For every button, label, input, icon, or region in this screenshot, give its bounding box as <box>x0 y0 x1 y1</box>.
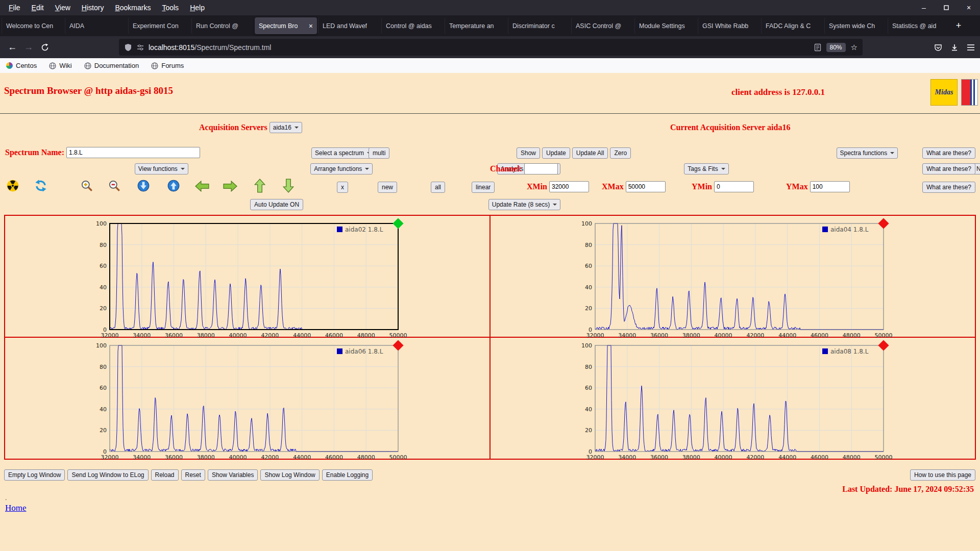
tab-temperature-an[interactable]: Temperature an <box>445 17 507 34</box>
spectra-functions-dropdown[interactable]: Spectra functions <box>837 147 898 159</box>
hamburger-menu-icon[interactable] <box>967 44 975 51</box>
bookmark-documentation[interactable]: Documentation <box>84 62 139 69</box>
spectrum-chart-aida06[interactable]: 0204060801003200034000360003800040000420… <box>84 338 411 458</box>
bookmark-star-icon[interactable]: ☆ <box>851 43 857 52</box>
url-bar[interactable]: localhost:8015/Spectrum/Spectrum.tml 80%… <box>119 39 863 56</box>
send-log-window-to-elog-button[interactable]: Send Log Window to ELog <box>67 469 148 481</box>
view-functions-dropdown[interactable]: View functions <box>135 163 188 174</box>
tab-asic-control-[interactable]: ASIC Control @ <box>571 17 633 34</box>
bookmark-wiki[interactable]: Wiki <box>49 62 72 69</box>
tab-control-aidas[interactable]: Control @ aidas <box>381 17 444 34</box>
new-tab-button[interactable]: + <box>950 18 967 34</box>
arrow-down-icon[interactable] <box>282 179 295 193</box>
sphere-down-icon[interactable] <box>137 179 150 192</box>
shield-icon[interactable] <box>124 43 132 52</box>
tab-module-settings[interactable]: Module Settings <box>634 17 697 34</box>
back-button[interactable]: ← <box>4 39 20 56</box>
tab-system-wide-ch[interactable]: System wide Ch <box>824 17 887 34</box>
downloads-icon[interactable] <box>950 43 959 52</box>
tags-fits-dropdown[interactable]: Tags & Fits <box>684 163 728 174</box>
linear-button[interactable]: linear <box>472 182 495 193</box>
what-are-these-button-3[interactable]: What are these? <box>922 182 975 193</box>
menu-bookmarks[interactable]: Bookmarks <box>109 2 156 14</box>
spectrum-chart-aida04[interactable]: 0204060801003200034000360003800040000420… <box>570 216 896 336</box>
new-button[interactable]: new <box>378 182 397 193</box>
spectrum-chart-aida08[interactable]: 0204060801003200034000360003800040000420… <box>570 338 896 458</box>
tab-spectrum-bro[interactable]: Spectrum Bro× <box>255 17 317 34</box>
menu-tools[interactable]: Tools <box>156 2 184 14</box>
spectrum-panel-aida04[interactable]: 0204060801003200034000360003800040000420… <box>490 215 975 337</box>
zoom-out-icon[interactable] <box>108 179 121 192</box>
maximize-button[interactable] <box>935 0 958 15</box>
forward-button[interactable]: → <box>20 39 37 56</box>
menu-file[interactable]: File <box>3 2 26 14</box>
tab-gsi-white-rabb[interactable]: GSI White Rabb <box>698 17 760 34</box>
how-to-use-button[interactable]: How to use this page <box>910 469 975 481</box>
tab-statistics-aid[interactable]: Statistics @ aid <box>888 17 950 34</box>
arrange-functions-dropdown[interactable]: Arrange functions <box>310 163 373 174</box>
tab-run-control-[interactable]: Run Control @ <box>191 17 254 34</box>
tab-close-icon[interactable]: × <box>307 22 313 30</box>
page: Spectrum Browser @ http aidas-gsi 8015 c… <box>0 73 980 551</box>
ymax-input[interactable] <box>810 181 850 192</box>
what-are-these-button-1[interactable]: What are these? <box>922 147 975 159</box>
show-log-window-button[interactable]: Show Log Window <box>260 469 319 481</box>
auto-update-button[interactable]: Auto Update ON <box>250 199 303 210</box>
sphere-up-icon[interactable] <box>167 179 180 192</box>
xmax-input[interactable] <box>626 181 666 192</box>
spectrum-chart-aida02[interactable]: 0204060801003200034000360003800040000420… <box>84 216 411 336</box>
radiation-icon[interactable] <box>6 179 19 192</box>
spectrum-panel-aida08[interactable]: 0204060801003200034000360003800040000420… <box>490 337 975 459</box>
arrow-left-icon[interactable] <box>195 180 209 192</box>
reload-button[interactable]: Reload <box>151 469 179 481</box>
view-functions-value: View functions <box>138 165 178 172</box>
menu-history[interactable]: History <box>76 2 110 14</box>
spectrum-panel-aida02[interactable]: 0204060801003200034000360003800040000420… <box>5 215 490 337</box>
acquisition-server-select[interactable]: aida16 <box>270 122 302 133</box>
empty-log-window-button[interactable]: Empty Log Window <box>4 469 65 481</box>
minimize-button[interactable]: – <box>913 0 935 15</box>
tab-led-and-wavef[interactable]: LED and Wavef <box>318 17 380 34</box>
refresh-icon[interactable] <box>34 179 47 192</box>
enable-logging-button[interactable]: Enable Logging <box>322 469 373 481</box>
select-spectrum-dropdown[interactable]: Select a spectrum <box>311 147 375 159</box>
arrow-right-icon[interactable] <box>223 180 237 192</box>
channel-input[interactable] <box>524 163 558 174</box>
xmin-input[interactable] <box>549 181 589 192</box>
tab-experiment-con[interactable]: Experiment Con <box>128 17 190 34</box>
url-text[interactable]: localhost:8015/Spectrum/Spectrum.tml <box>149 43 271 52</box>
show-button[interactable]: Show <box>517 147 540 159</box>
menu-view[interactable]: View <box>50 2 76 14</box>
update-all-button[interactable]: Update All <box>572 147 608 159</box>
tab-discriminator-c[interactable]: Discriminator c <box>508 17 570 34</box>
update-button[interactable]: Update <box>542 147 570 159</box>
close-button[interactable]: × <box>958 0 980 15</box>
multi-button[interactable]: multi <box>369 147 389 159</box>
update-rate-dropdown[interactable]: Update Rate (8 secs) <box>488 199 560 210</box>
x-button[interactable]: x <box>337 182 348 193</box>
show-variables-button[interactable]: Show Variables <box>208 469 258 481</box>
bookmark-centos[interactable]: Centos <box>6 62 37 69</box>
all-button[interactable]: all <box>431 182 445 193</box>
menu-edit[interactable]: Edit <box>26 2 50 14</box>
zoom-indicator[interactable]: 80% <box>826 43 846 52</box>
pocket-icon[interactable] <box>934 43 942 52</box>
what-are-these-button-2[interactable]: What are these? <box>922 163 975 174</box>
spectrum-name-input[interactable] <box>66 147 200 158</box>
ymin-input[interactable] <box>714 181 754 192</box>
zoom-in-icon[interactable] <box>80 179 93 192</box>
reader-mode-icon[interactable] <box>814 43 821 52</box>
reset-button[interactable]: Reset <box>181 469 205 481</box>
svg-text:44000: 44000 <box>778 454 796 461</box>
reload-button[interactable] <box>37 39 53 56</box>
menu-help[interactable]: Help <box>184 2 210 14</box>
bookmark-forums[interactable]: Forums <box>151 62 184 69</box>
spectrum-panel-aida06[interactable]: 0204060801003200034000360003800040000420… <box>5 337 490 459</box>
permissions-icon[interactable] <box>136 43 144 52</box>
tab-aida[interactable]: AIDA <box>65 17 127 34</box>
tab-welcome-to-cen[interactable]: Welcome to Cen <box>2 17 64 34</box>
home-link[interactable]: Home <box>5 503 27 513</box>
tab-fadc-align-c[interactable]: FADC Align & C <box>761 17 823 34</box>
arrow-up-icon[interactable] <box>254 179 266 193</box>
zero-button[interactable]: Zero <box>610 147 631 159</box>
